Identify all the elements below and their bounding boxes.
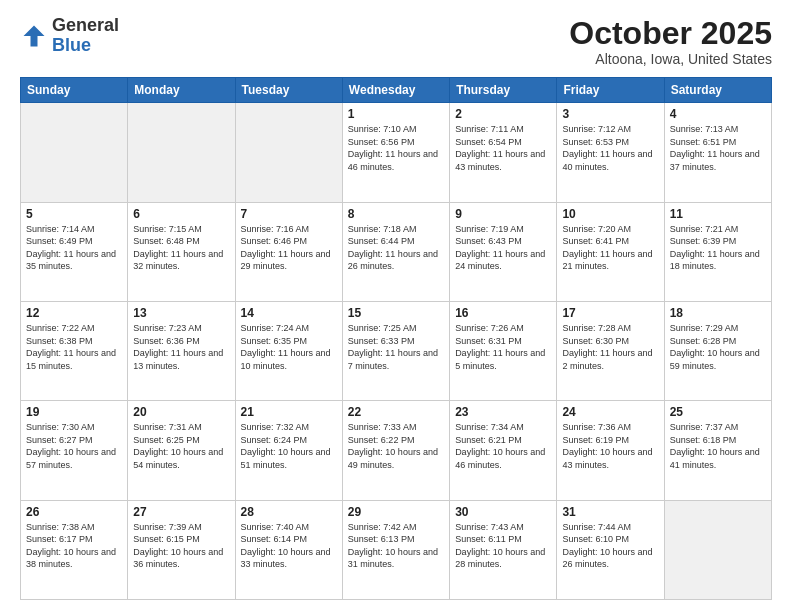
day-info: Sunrise: 7:43 AM Sunset: 6:11 PM Dayligh…	[455, 521, 551, 571]
day-number: 18	[670, 306, 766, 320]
day-number: 13	[133, 306, 229, 320]
table-row: 18Sunrise: 7:29 AM Sunset: 6:28 PM Dayli…	[664, 301, 771, 400]
header-monday: Monday	[128, 78, 235, 103]
table-row: 2Sunrise: 7:11 AM Sunset: 6:54 PM Daylig…	[450, 103, 557, 202]
day-info: Sunrise: 7:42 AM Sunset: 6:13 PM Dayligh…	[348, 521, 444, 571]
table-row: 17Sunrise: 7:28 AM Sunset: 6:30 PM Dayli…	[557, 301, 664, 400]
day-number: 24	[562, 405, 658, 419]
day-info: Sunrise: 7:36 AM Sunset: 6:19 PM Dayligh…	[562, 421, 658, 471]
title-block: October 2025 Altoona, Iowa, United State…	[569, 16, 772, 67]
table-row	[21, 103, 128, 202]
table-row: 21Sunrise: 7:32 AM Sunset: 6:24 PM Dayli…	[235, 401, 342, 500]
day-info: Sunrise: 7:25 AM Sunset: 6:33 PM Dayligh…	[348, 322, 444, 372]
day-info: Sunrise: 7:10 AM Sunset: 6:56 PM Dayligh…	[348, 123, 444, 173]
day-info: Sunrise: 7:40 AM Sunset: 6:14 PM Dayligh…	[241, 521, 337, 571]
day-number: 29	[348, 505, 444, 519]
day-number: 12	[26, 306, 122, 320]
table-row: 29Sunrise: 7:42 AM Sunset: 6:13 PM Dayli…	[342, 500, 449, 599]
day-number: 3	[562, 107, 658, 121]
calendar-week-row: 5Sunrise: 7:14 AM Sunset: 6:49 PM Daylig…	[21, 202, 772, 301]
table-row: 10Sunrise: 7:20 AM Sunset: 6:41 PM Dayli…	[557, 202, 664, 301]
table-row: 15Sunrise: 7:25 AM Sunset: 6:33 PM Dayli…	[342, 301, 449, 400]
day-number: 25	[670, 405, 766, 419]
table-row: 24Sunrise: 7:36 AM Sunset: 6:19 PM Dayli…	[557, 401, 664, 500]
day-number: 14	[241, 306, 337, 320]
day-info: Sunrise: 7:33 AM Sunset: 6:22 PM Dayligh…	[348, 421, 444, 471]
table-row: 13Sunrise: 7:23 AM Sunset: 6:36 PM Dayli…	[128, 301, 235, 400]
calendar-week-row: 26Sunrise: 7:38 AM Sunset: 6:17 PM Dayli…	[21, 500, 772, 599]
table-row: 5Sunrise: 7:14 AM Sunset: 6:49 PM Daylig…	[21, 202, 128, 301]
day-info: Sunrise: 7:26 AM Sunset: 6:31 PM Dayligh…	[455, 322, 551, 372]
table-row: 22Sunrise: 7:33 AM Sunset: 6:22 PM Dayli…	[342, 401, 449, 500]
day-number: 27	[133, 505, 229, 519]
day-info: Sunrise: 7:37 AM Sunset: 6:18 PM Dayligh…	[670, 421, 766, 471]
day-number: 15	[348, 306, 444, 320]
month-title: October 2025	[569, 16, 772, 51]
logo-text: General Blue	[52, 16, 119, 56]
day-number: 16	[455, 306, 551, 320]
day-info: Sunrise: 7:24 AM Sunset: 6:35 PM Dayligh…	[241, 322, 337, 372]
day-number: 22	[348, 405, 444, 419]
logo-general-label: General	[52, 16, 119, 36]
day-info: Sunrise: 7:19 AM Sunset: 6:43 PM Dayligh…	[455, 223, 551, 273]
day-info: Sunrise: 7:22 AM Sunset: 6:38 PM Dayligh…	[26, 322, 122, 372]
day-number: 30	[455, 505, 551, 519]
day-info: Sunrise: 7:28 AM Sunset: 6:30 PM Dayligh…	[562, 322, 658, 372]
table-row: 27Sunrise: 7:39 AM Sunset: 6:15 PM Dayli…	[128, 500, 235, 599]
calendar-header-row: Sunday Monday Tuesday Wednesday Thursday…	[21, 78, 772, 103]
table-row: 7Sunrise: 7:16 AM Sunset: 6:46 PM Daylig…	[235, 202, 342, 301]
table-row	[664, 500, 771, 599]
logo: General Blue	[20, 16, 119, 56]
table-row	[128, 103, 235, 202]
day-info: Sunrise: 7:13 AM Sunset: 6:51 PM Dayligh…	[670, 123, 766, 173]
day-number: 4	[670, 107, 766, 121]
svg-marker-1	[24, 25, 45, 46]
day-number: 8	[348, 207, 444, 221]
header-tuesday: Tuesday	[235, 78, 342, 103]
header-saturday: Saturday	[664, 78, 771, 103]
table-row	[235, 103, 342, 202]
calendar-week-row: 19Sunrise: 7:30 AM Sunset: 6:27 PM Dayli…	[21, 401, 772, 500]
table-row: 3Sunrise: 7:12 AM Sunset: 6:53 PM Daylig…	[557, 103, 664, 202]
table-row: 6Sunrise: 7:15 AM Sunset: 6:48 PM Daylig…	[128, 202, 235, 301]
day-info: Sunrise: 7:34 AM Sunset: 6:21 PM Dayligh…	[455, 421, 551, 471]
table-row: 31Sunrise: 7:44 AM Sunset: 6:10 PM Dayli…	[557, 500, 664, 599]
day-info: Sunrise: 7:16 AM Sunset: 6:46 PM Dayligh…	[241, 223, 337, 273]
day-info: Sunrise: 7:32 AM Sunset: 6:24 PM Dayligh…	[241, 421, 337, 471]
day-info: Sunrise: 7:30 AM Sunset: 6:27 PM Dayligh…	[26, 421, 122, 471]
day-info: Sunrise: 7:44 AM Sunset: 6:10 PM Dayligh…	[562, 521, 658, 571]
day-number: 17	[562, 306, 658, 320]
page: General Blue October 2025 Altoona, Iowa,…	[0, 0, 792, 612]
day-number: 21	[241, 405, 337, 419]
day-info: Sunrise: 7:18 AM Sunset: 6:44 PM Dayligh…	[348, 223, 444, 273]
day-number: 6	[133, 207, 229, 221]
day-info: Sunrise: 7:11 AM Sunset: 6:54 PM Dayligh…	[455, 123, 551, 173]
table-row: 1Sunrise: 7:10 AM Sunset: 6:56 PM Daylig…	[342, 103, 449, 202]
table-row: 16Sunrise: 7:26 AM Sunset: 6:31 PM Dayli…	[450, 301, 557, 400]
logo-icon	[20, 22, 48, 50]
day-info: Sunrise: 7:39 AM Sunset: 6:15 PM Dayligh…	[133, 521, 229, 571]
table-row: 25Sunrise: 7:37 AM Sunset: 6:18 PM Dayli…	[664, 401, 771, 500]
day-number: 20	[133, 405, 229, 419]
day-number: 10	[562, 207, 658, 221]
header-thursday: Thursday	[450, 78, 557, 103]
day-info: Sunrise: 7:21 AM Sunset: 6:39 PM Dayligh…	[670, 223, 766, 273]
logo-blue-label: Blue	[52, 36, 119, 56]
table-row: 23Sunrise: 7:34 AM Sunset: 6:21 PM Dayli…	[450, 401, 557, 500]
day-number: 5	[26, 207, 122, 221]
day-info: Sunrise: 7:14 AM Sunset: 6:49 PM Dayligh…	[26, 223, 122, 273]
day-info: Sunrise: 7:31 AM Sunset: 6:25 PM Dayligh…	[133, 421, 229, 471]
day-number: 11	[670, 207, 766, 221]
table-row: 20Sunrise: 7:31 AM Sunset: 6:25 PM Dayli…	[128, 401, 235, 500]
day-number: 23	[455, 405, 551, 419]
table-row: 11Sunrise: 7:21 AM Sunset: 6:39 PM Dayli…	[664, 202, 771, 301]
day-number: 1	[348, 107, 444, 121]
day-number: 28	[241, 505, 337, 519]
day-info: Sunrise: 7:38 AM Sunset: 6:17 PM Dayligh…	[26, 521, 122, 571]
day-number: 26	[26, 505, 122, 519]
day-number: 31	[562, 505, 658, 519]
day-info: Sunrise: 7:23 AM Sunset: 6:36 PM Dayligh…	[133, 322, 229, 372]
calendar-table: Sunday Monday Tuesday Wednesday Thursday…	[20, 77, 772, 600]
table-row: 4Sunrise: 7:13 AM Sunset: 6:51 PM Daylig…	[664, 103, 771, 202]
header-wednesday: Wednesday	[342, 78, 449, 103]
